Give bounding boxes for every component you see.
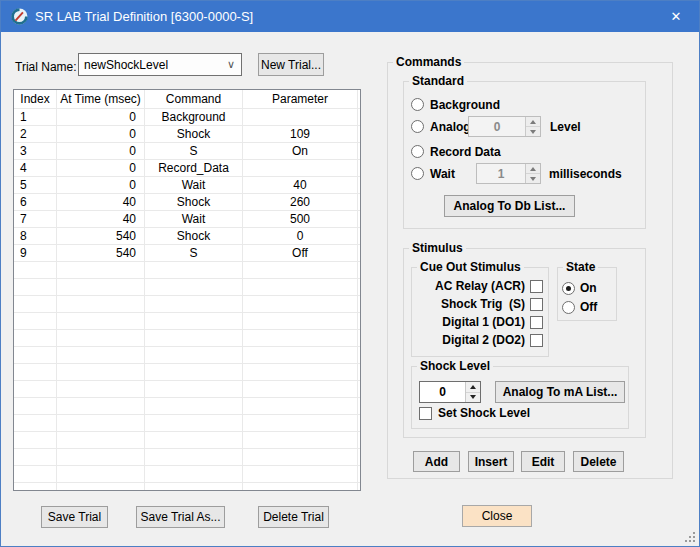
checkbox-icon[interactable]: [419, 407, 432, 420]
table-row[interactable]: 40Record_Data: [14, 160, 360, 177]
table-cell: [145, 262, 243, 279]
column-header-index[interactable]: Index: [14, 90, 57, 109]
table-row[interactable]: [14, 415, 360, 432]
digital1-checkbox-row[interactable]: Digital 1 (DO1): [415, 314, 543, 330]
table-row[interactable]: 30SOn: [14, 143, 360, 160]
record-data-radio-label: Record Data: [430, 145, 501, 159]
analog-level-spinner[interactable]: 0: [468, 116, 541, 137]
background-radio[interactable]: Background: [411, 94, 500, 115]
table-row[interactable]: [14, 466, 360, 483]
table-row[interactable]: [14, 313, 360, 330]
radio-icon[interactable]: [562, 301, 575, 314]
spinner-down-button[interactable]: [466, 393, 480, 403]
table-cell: [145, 279, 243, 296]
close-button[interactable]: Close: [462, 505, 532, 527]
table-cell: 540: [57, 228, 145, 245]
table-cell: [145, 398, 243, 415]
wait-radio-label: Wait: [430, 167, 455, 181]
table-row[interactable]: [14, 381, 360, 398]
table-cell: 0: [57, 177, 145, 194]
spinner-up-button[interactable]: [526, 164, 540, 174]
save-trial-button[interactable]: Save Trial: [41, 506, 108, 528]
set-shock-level-checkbox-row[interactable]: Set Shock Level: [419, 405, 530, 421]
table-row[interactable]: 9540SOff: [14, 245, 360, 262]
table-cell: Shock: [145, 126, 243, 143]
radio-icon[interactable]: [411, 145, 424, 158]
radio-icon[interactable]: [411, 167, 424, 180]
trial-definition-dialog: SR LAB Trial Definition [6300-0000-S] ✕ …: [0, 0, 700, 547]
table-row[interactable]: 20Shock109: [14, 126, 360, 143]
table-row[interactable]: 740Wait500: [14, 211, 360, 228]
spinner-up-button[interactable]: [526, 117, 540, 127]
edit-button[interactable]: Edit: [521, 451, 565, 472]
shock-trig-checkbox-row[interactable]: Shock Trig (S): [415, 296, 543, 312]
table-cell: [358, 143, 360, 160]
wait-milliseconds-spinner[interactable]: 1: [476, 163, 541, 184]
spinner-down-button[interactable]: [526, 127, 540, 136]
state-off-radio[interactable]: Off: [562, 299, 597, 315]
background-radio-label: Background: [430, 98, 500, 112]
ac-relay-checkbox-row[interactable]: AC Relay (ACR): [415, 278, 543, 294]
radio-icon[interactable]: [562, 282, 575, 295]
titlebar[interactable]: SR LAB Trial Definition [6300-0000-S] ✕: [1, 1, 699, 32]
wait-radio[interactable]: Wait: [411, 163, 455, 184]
table-row[interactable]: [14, 296, 360, 313]
table-row[interactable]: [14, 262, 360, 279]
checkbox-icon[interactable]: [530, 316, 543, 329]
table-cell: 540: [57, 245, 145, 262]
table-row[interactable]: [14, 330, 360, 347]
table-cell: [57, 483, 145, 491]
column-header-attime[interactable]: At Time (msec): [57, 90, 145, 109]
table-row[interactable]: 50Wait40: [14, 177, 360, 194]
spinner-down-button[interactable]: [526, 174, 540, 183]
new-trial-button[interactable]: New Trial...: [258, 53, 324, 76]
insert-button[interactable]: Insert: [468, 451, 514, 472]
resize-grip[interactable]: [683, 530, 695, 542]
spinner-up-button[interactable]: [466, 382, 480, 393]
record-data-radio[interactable]: Record Data: [411, 141, 501, 162]
add-button[interactable]: Add: [413, 451, 460, 472]
analog-to-db-list-button[interactable]: Analog To Db List...: [444, 195, 575, 217]
table-cell: [14, 262, 57, 279]
delete-button[interactable]: Delete: [573, 451, 624, 472]
column-header-command[interactable]: Command: [145, 90, 243, 109]
checkbox-icon[interactable]: [530, 280, 543, 293]
analog-to-ma-list-button[interactable]: Analog To mA List...: [495, 381, 625, 403]
shock-level-value: 0: [420, 385, 465, 399]
table-cell: S: [145, 143, 243, 160]
table-cell: Off: [243, 245, 358, 262]
delete-trial-button[interactable]: Delete Trial: [258, 506, 329, 528]
save-trial-as-button[interactable]: Save Trial As...: [136, 506, 225, 528]
checkbox-icon[interactable]: [530, 298, 543, 311]
table-cell: [243, 109, 358, 126]
table-row[interactable]: [14, 364, 360, 381]
radio-icon[interactable]: [411, 120, 424, 133]
table-row[interactable]: [14, 347, 360, 364]
table-cell: [358, 126, 360, 143]
table-row[interactable]: 10Background: [14, 109, 360, 126]
digital2-checkbox-row[interactable]: Digital 2 (DO2): [415, 332, 543, 348]
table-cell: [57, 398, 145, 415]
checkbox-icon[interactable]: [530, 334, 543, 347]
chevron-down-icon[interactable]: ∨: [227, 54, 235, 75]
table-row[interactable]: [14, 483, 360, 491]
table-cell: [358, 449, 360, 466]
column-header-parameter[interactable]: Parameter: [243, 90, 358, 109]
table-row[interactable]: 8540Shock0: [14, 228, 360, 245]
close-window-icon[interactable]: ✕: [653, 1, 699, 32]
table-row[interactable]: [14, 432, 360, 449]
table-row[interactable]: [14, 398, 360, 415]
table-cell: 260: [243, 194, 358, 211]
trial-steps-table[interactable]: Index At Time (msec) Command Parameter 1…: [13, 89, 361, 491]
state-on-radio[interactable]: On: [562, 280, 597, 296]
trial-name-combobox[interactable]: newShockLevel ∨: [78, 53, 242, 76]
table-cell: 8: [14, 228, 57, 245]
table-row[interactable]: 640Shock260: [14, 194, 360, 211]
radio-icon[interactable]: [411, 98, 424, 111]
table-row[interactable]: [14, 279, 360, 296]
shock-level-spinner[interactable]: 0: [419, 381, 481, 403]
table-row[interactable]: [14, 449, 360, 466]
table-cell: [14, 296, 57, 313]
analog-radio[interactable]: Analog: [411, 116, 471, 137]
table-cell: [243, 415, 358, 432]
